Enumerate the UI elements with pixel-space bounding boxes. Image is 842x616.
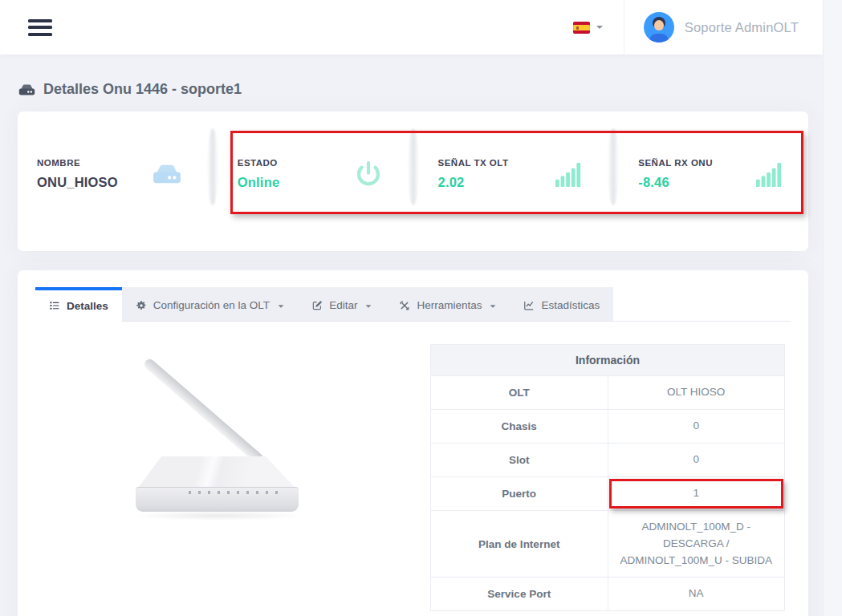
stat-senal-rx-onu: SEÑAL RX ONU -8.46 [619, 158, 808, 190]
row-value: 1 [608, 476, 785, 510]
onu-details-card: Detalles Configuración en la OLT Edit [18, 270, 808, 616]
list-icon [49, 300, 60, 311]
stat-label: SEÑAL RX ONU [638, 158, 713, 168]
onu-device-icon [151, 162, 183, 186]
chevron-down-icon [366, 305, 372, 307]
row-value: NA [608, 578, 785, 611]
row-value: ADMINOLT_100M_D - DESCARGA / ADMINOLT_10… [608, 510, 785, 578]
stat-nombre: NOMBRE ONU_HIOSO [18, 158, 207, 190]
tab-herramientas[interactable]: Herramientas [385, 287, 510, 321]
row-label: Slot [431, 443, 608, 476]
row-value: 0 [608, 443, 785, 476]
stat-value: ONU_HIOSO [37, 175, 118, 190]
scrollbar[interactable] [823, 0, 842, 616]
informacion-table: Información OLT OLT HIOSO Chasis 0 Slot [430, 344, 785, 611]
hamburger-menu-icon[interactable] [28, 19, 52, 36]
onu-led-row [189, 491, 279, 494]
onu-antenna [142, 357, 265, 466]
row-label: Chasis [431, 409, 608, 443]
stat-label: ESTADO [238, 158, 280, 168]
row-value: 0 [608, 409, 785, 443]
power-icon [353, 159, 384, 189]
stat-label: NOMBRE [37, 158, 118, 168]
divider [408, 128, 419, 205]
chevron-down-icon [279, 305, 284, 307]
tab-configuracion-olt[interactable]: Configuración en la OLT [122, 287, 298, 321]
edit-icon [311, 300, 323, 311]
table-row: Plan de Internet ADMINOLT_100M_D - DESCA… [431, 510, 785, 578]
onu-product-image [35, 344, 417, 611]
onu-shadow [132, 511, 304, 521]
table-row: Service Port NA [431, 578, 785, 611]
avatar [644, 12, 674, 43]
tools-icon [399, 300, 410, 311]
table-row: Chasis 0 [431, 409, 785, 443]
table-row: OLT OLT HIOSO [431, 376, 785, 410]
user-menu[interactable]: Soporte AdminOLT [624, 0, 823, 55]
spain-flag-icon [573, 22, 590, 34]
table-header: Información [431, 345, 785, 376]
chevron-down-icon [490, 305, 496, 307]
signal-bars-icon [555, 162, 584, 187]
table-row: Puerto 1 [431, 476, 785, 510]
chart-icon [523, 300, 535, 311]
onu-body-top [138, 456, 296, 488]
stat-value: 2.02 [438, 175, 509, 190]
divider [207, 128, 218, 205]
row-label: Puerto [431, 476, 608, 510]
row-label: Plan de Internet [431, 510, 608, 578]
stat-estado: ESTADO Online [218, 158, 408, 190]
stat-label: SEÑAL TX OLT [438, 158, 509, 168]
chevron-down-icon [596, 26, 603, 29]
tab-editar[interactable]: Editar [298, 287, 385, 321]
row-label: Service Port [431, 578, 608, 611]
language-switcher[interactable] [552, 0, 624, 55]
stat-value: Online [238, 175, 280, 190]
stat-value: -8.46 [638, 175, 713, 190]
tabs-row: Detalles Configuración en la OLT Edit [35, 287, 791, 322]
tab-detalles[interactable]: Detalles [35, 287, 122, 322]
row-value: OLT HIOSO [608, 376, 785, 410]
page-title: Detalles Onu 1446 - soporte1 [18, 81, 808, 98]
gear-icon [136, 300, 147, 311]
tab-estadisticas[interactable]: Estadísticas [510, 287, 613, 321]
signal-bars-icon [755, 162, 784, 187]
onu-body-front [136, 487, 299, 512]
table-row: Slot 0 [431, 443, 785, 476]
onu-status-card: NOMBRE ONU_HIOSO ESTADO Online SEÑAL TX … [18, 111, 808, 251]
row-label: OLT [431, 376, 608, 410]
onu-device-icon [18, 83, 36, 97]
divider [608, 128, 619, 205]
topbar: Soporte AdminOLT [0, 0, 823, 55]
stat-senal-tx-olt: SEÑAL TX OLT 2.02 [419, 158, 608, 190]
user-name: Soporte AdminOLT [685, 20, 799, 35]
